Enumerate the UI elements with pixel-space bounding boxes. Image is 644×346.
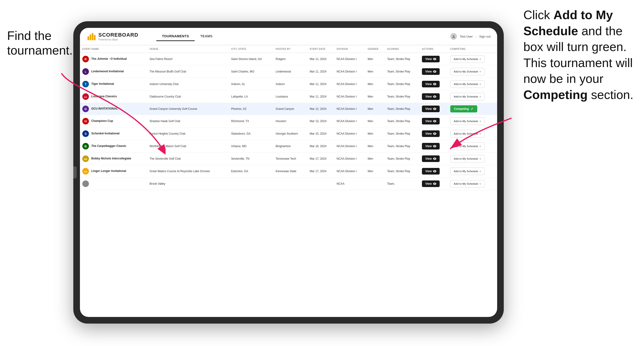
- event-name-cell: GGCU INVITATIONAL: [80, 103, 147, 115]
- cell-city-state: Lafayette, LA: [229, 90, 273, 103]
- add-to-schedule-button[interactable]: Add to My Schedule +: [450, 80, 485, 88]
- view-button[interactable]: View: [422, 118, 440, 125]
- event-name-text: Louisiana Classics: [91, 95, 117, 99]
- add-to-schedule-button[interactable]: Add to My Schedule +: [450, 68, 485, 75]
- view-button[interactable]: View: [422, 180, 440, 187]
- view-button[interactable]: View: [422, 93, 440, 100]
- add-to-schedule-button[interactable]: Add to My Schedule +: [450, 55, 485, 63]
- add-to-schedule-button[interactable]: Add to My Schedule +: [450, 180, 485, 187]
- table-row: BNBobby Nichols IntercollegiateThe Sevie…: [80, 153, 497, 165]
- cell-start-date: Mar 11, 2024: [307, 65, 334, 78]
- cell-venue: Shadow Hawk Golf Club: [147, 115, 229, 128]
- cell-hosted-by: Louisiana: [274, 90, 308, 103]
- team-logo: L: [82, 68, 89, 75]
- cell-hosted-by: Kennesaw State: [274, 165, 308, 177]
- cell-actions: View: [420, 140, 448, 153]
- team-logo: S: [82, 130, 89, 137]
- event-name-text: Champions Cup: [91, 119, 113, 123]
- event-name-text: GCU INVITATIONAL: [91, 107, 118, 111]
- cell-actions: View: [420, 53, 448, 65]
- sign-out-link[interactable]: Sign out: [479, 35, 490, 38]
- view-button[interactable]: View: [422, 68, 440, 75]
- tablet-frame: SCOREBOARD Powered by clippd TOURNAMENTS…: [73, 21, 504, 324]
- cell-start-date: Mar 15, 2024: [307, 128, 334, 140]
- cell-start-date: Mar 12, 2024: [307, 103, 334, 115]
- col-event-name: EVENT NAME: [80, 45, 147, 53]
- col-city-state: CITY, STATE: [229, 45, 273, 53]
- tab-tournaments[interactable]: TOURNAMENTS: [156, 32, 195, 41]
- cell-actions: View: [420, 103, 448, 115]
- cell-gender: Men: [366, 165, 385, 177]
- col-scoring: SCORING: [385, 45, 420, 53]
- cell-venue: The Missouri Bluffs Golf Club: [147, 65, 229, 78]
- view-button[interactable]: View: [422, 130, 440, 137]
- user-label: Test User: [460, 35, 473, 38]
- view-button[interactable]: View: [422, 56, 440, 62]
- view-button[interactable]: View: [422, 156, 440, 162]
- cell-gender: Men: [366, 128, 385, 140]
- svg-text:S: S: [85, 132, 87, 136]
- cell-division: NCAA Division I: [334, 90, 365, 103]
- add-to-schedule-button[interactable]: Add to My Schedule +: [450, 168, 485, 175]
- tablet-screen: SCOREBOARD Powered by clippd TOURNAMENTS…: [80, 28, 497, 317]
- add-to-schedule-button[interactable]: Add to My Schedule +: [450, 93, 485, 100]
- cell-division: NCAA Division I: [334, 128, 365, 140]
- tab-teams[interactable]: TEAMS: [195, 32, 218, 41]
- view-button[interactable]: View: [422, 106, 440, 112]
- user-avatar-icon: [450, 33, 457, 40]
- table-row: TTiger InvitationalAuburn University Clu…: [80, 78, 497, 90]
- cell-division: NCAA Division I: [334, 140, 365, 153]
- cell-gender: Men: [366, 65, 385, 78]
- cell-hosted-by: Auburn: [274, 78, 308, 90]
- event-name-cell: HChampions Cup: [80, 115, 147, 128]
- table-row: KSLinger Longer InvitationalGreat Waters…: [80, 165, 497, 177]
- cell-scoring: Team, Stroke Play: [385, 165, 420, 177]
- cell-actions: View: [420, 65, 448, 78]
- header-right: Test User | Sign out: [450, 33, 490, 40]
- view-button[interactable]: View: [422, 143, 440, 150]
- cell-city-state: Saint Simons Island, GA: [229, 53, 273, 65]
- svg-rect-3: [90, 34, 91, 40]
- cell-venue: Great Waters Course At Reynolds Lake Oco…: [147, 165, 229, 177]
- add-to-schedule-button[interactable]: Add to My Schedule +: [450, 142, 485, 150]
- cell-gender: [366, 177, 385, 190]
- cell-venue: Worthington Manor Golf Club: [147, 140, 229, 153]
- cell-scoring: Team, Stroke Play: [385, 103, 420, 115]
- cell-competing: Add to My Schedule +: [448, 153, 497, 165]
- tablet-side-button[interactable]: [73, 167, 77, 178]
- cell-hosted-by: [274, 177, 308, 190]
- add-to-schedule-button[interactable]: Add to My Schedule +: [450, 130, 485, 138]
- add-to-schedule-button[interactable]: Add to My Schedule +: [450, 155, 485, 163]
- add-to-schedule-button[interactable]: Add to My Schedule +: [450, 117, 485, 125]
- svg-rect-4: [92, 33, 94, 40]
- svg-point-6: [453, 35, 454, 36]
- cell-hosted-by: Georgia Southern: [274, 128, 308, 140]
- event-name-cell: RThe Johnnie - O Individual: [80, 53, 147, 65]
- event-name-text: Linger Longer Invitational: [91, 169, 126, 173]
- cell-venue: Forest Heights Country Club: [147, 128, 229, 140]
- cell-city-state: Urbana, MD: [229, 140, 273, 153]
- nav-tabs: TOURNAMENTS TEAMS: [156, 32, 218, 41]
- svg-text:L: L: [85, 70, 86, 73]
- view-button[interactable]: View: [422, 81, 440, 87]
- cell-hosted-by: Lindenwood: [274, 65, 308, 78]
- cell-competing: Add to My Schedule +: [448, 53, 497, 65]
- cell-actions: View: [420, 128, 448, 140]
- table-row: RThe Johnnie - O IndividualSea Palms Res…: [80, 53, 497, 65]
- cell-division: NCAA Division I: [334, 65, 365, 78]
- cell-start-date: Mar 11, 2024: [307, 78, 334, 90]
- view-button[interactable]: View: [422, 168, 440, 174]
- cell-scoring: Team, Stroke Play: [385, 153, 420, 165]
- cell-competing: Add to My Schedule +: [448, 115, 497, 128]
- table-container[interactable]: EVENT NAME VENUE CITY, STATE HOSTED BY S…: [80, 45, 497, 317]
- cell-competing: Add to My Schedule +: [448, 90, 497, 103]
- cell-gender: Men: [366, 78, 385, 90]
- competing-button[interactable]: Competing ✓: [450, 105, 478, 112]
- cell-hosted-by: Tennessee Tech: [274, 153, 308, 165]
- event-name-cell: [80, 177, 147, 190]
- annotation-right: Click Add to My Schedule and the box wil…: [524, 7, 637, 103]
- table-row: BThe Carpetbagger ClassicWorthington Man…: [80, 140, 497, 153]
- event-name-text: Lindenwood Invitational: [91, 70, 124, 73]
- cell-actions: View: [420, 115, 448, 128]
- cell-scoring: Team, Stroke Play: [385, 115, 420, 128]
